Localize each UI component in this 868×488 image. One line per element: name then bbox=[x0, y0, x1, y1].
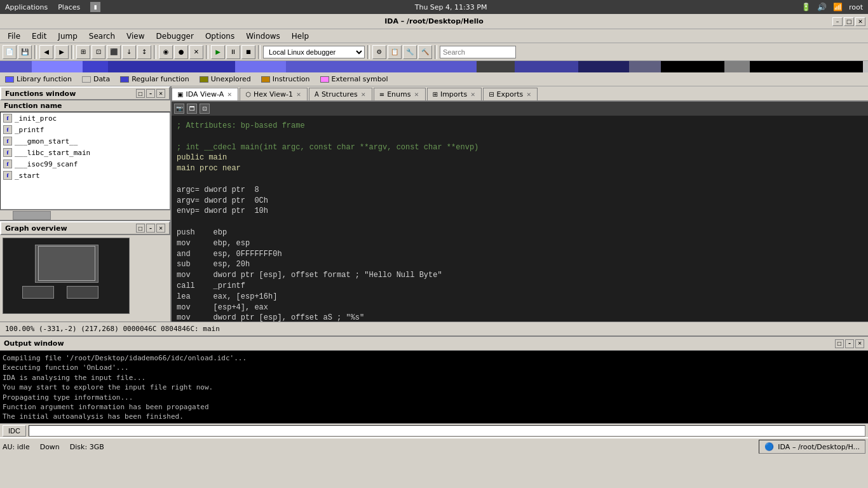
list-item[interactable]: f ___gmon_start__ bbox=[1, 135, 170, 147]
output-input[interactable] bbox=[29, 425, 865, 437]
code-view[interactable]: ; Attributes: bp-based frame ; int __cde… bbox=[172, 116, 868, 322]
tab-hex-view-1[interactable]: ⬡ Hex View-1 ✕ bbox=[240, 88, 308, 100]
output-content[interactable]: Compiling file '/root/Desktop/idademo66/… bbox=[0, 351, 868, 423]
list-item[interactable]: f _init_proc bbox=[1, 112, 170, 124]
menu-file[interactable]: File bbox=[3, 30, 25, 42]
save-button[interactable]: 💾 bbox=[18, 45, 32, 59]
graph-close-btn[interactable]: ✕ bbox=[156, 224, 165, 233]
network-icon: 📶 bbox=[833, 3, 843, 11]
menu-search[interactable]: Search bbox=[84, 30, 120, 42]
new-button[interactable]: 📄 bbox=[3, 45, 17, 59]
menu-help[interactable]: Help bbox=[287, 30, 314, 42]
tb-btn-5[interactable]: ⬛ bbox=[107, 45, 121, 59]
list-item[interactable]: f ___isoc99_scanf bbox=[1, 158, 170, 170]
segment-4 bbox=[286, 61, 477, 72]
functions-minimize-btn[interactable]: – bbox=[146, 89, 155, 98]
menu-options[interactable]: Options bbox=[200, 30, 240, 42]
tb-btn-11[interactable]: ⚙ bbox=[372, 45, 386, 59]
tab-label-struct: Structures bbox=[322, 90, 358, 98]
unexplored-segment bbox=[477, 61, 515, 72]
menu-debugger[interactable]: Debugger bbox=[151, 30, 199, 42]
graph-restore-btn[interactable]: □ bbox=[136, 224, 145, 233]
back-button[interactable]: ◀ bbox=[39, 45, 53, 59]
code-tb-btn-3[interactable]: ⊡ bbox=[200, 104, 210, 114]
status-text: 100.00% (-331,-2) (217,268) 0000046C 080… bbox=[5, 325, 220, 333]
minimize-button[interactable]: – bbox=[832, 17, 843, 26]
tab-close-enum[interactable]: ✕ bbox=[414, 92, 420, 98]
horiz-scroll-thumb[interactable] bbox=[13, 211, 51, 220]
tb-btn-4[interactable]: ⊡ bbox=[92, 45, 105, 59]
list-item[interactable]: f ___libc_start_main bbox=[1, 147, 170, 158]
stop-button[interactable]: ⏹ bbox=[241, 45, 255, 59]
places-menu[interactable]: Places bbox=[58, 3, 80, 11]
debugger-dropdown[interactable]: Local Linux debugger bbox=[263, 46, 365, 58]
maximize-button[interactable]: □ bbox=[844, 17, 854, 26]
graph-viewport bbox=[38, 246, 95, 281]
terminal-icon[interactable]: ▮ bbox=[90, 2, 100, 12]
library-segment-2 bbox=[32, 61, 83, 72]
tab-close-struct[interactable]: ✕ bbox=[360, 92, 367, 98]
menu-jump[interactable]: Jump bbox=[53, 30, 82, 42]
right-panel: ▣ IDA View-A ✕ ⬡ Hex View-1 ✕ A Structur… bbox=[172, 86, 868, 322]
output-panel-controls[interactable]: □ – ✕ bbox=[835, 339, 864, 348]
output-restore-btn[interactable]: □ bbox=[835, 339, 844, 348]
tab-structures[interactable]: A Structures ✕ bbox=[309, 88, 372, 100]
functions-horiz-scroll[interactable] bbox=[0, 210, 170, 220]
tab-icon-hex: ⬡ bbox=[245, 91, 251, 98]
instruction-label: Instruction bbox=[273, 75, 310, 83]
functions-close-btn[interactable]: ✕ bbox=[156, 89, 165, 98]
run-button[interactable]: ▶ bbox=[211, 45, 225, 59]
tab-ida-view-a[interactable]: ▣ IDA View-A ✕ bbox=[172, 88, 238, 101]
close-button[interactable]: ✕ bbox=[855, 17, 865, 26]
forward-button[interactable]: ▶ bbox=[55, 45, 69, 59]
output-minimize-btn[interactable]: – bbox=[845, 339, 854, 348]
menu-windows[interactable]: Windows bbox=[241, 30, 285, 42]
graph-minimize-btn[interactable]: – bbox=[146, 224, 155, 233]
applications-menu[interactable]: Applications bbox=[5, 3, 48, 11]
window-controls[interactable]: – □ ✕ bbox=[832, 17, 865, 26]
code-line: push ebp bbox=[177, 227, 863, 238]
code-line: mov ebp, esp bbox=[177, 238, 863, 249]
pause-button[interactable]: ⏸ bbox=[226, 45, 240, 59]
tb-btn-7[interactable]: ↕ bbox=[137, 45, 151, 59]
tab-label-ida: IDA View-A bbox=[186, 90, 224, 98]
tab-close-hex[interactable]: ✕ bbox=[295, 92, 302, 98]
taskbar-status: AU: idle Down Disk: 3GB bbox=[3, 443, 756, 451]
tb-btn-14[interactable]: 🔨 bbox=[418, 45, 432, 59]
list-item[interactable]: f _printf bbox=[1, 124, 170, 135]
code-tb-btn-2[interactable]: 🗖 bbox=[187, 104, 197, 114]
graph-node-2 bbox=[67, 286, 98, 299]
menu-view[interactable]: View bbox=[121, 30, 149, 42]
code-tb-btn-1[interactable]: 📷 bbox=[174, 104, 184, 114]
tb-btn-10[interactable]: ✕ bbox=[189, 45, 203, 59]
taskbar-app-button[interactable]: 🔵 IDA – /root/Desktop/H... bbox=[759, 440, 865, 454]
idc-button[interactable]: IDC bbox=[3, 425, 26, 437]
tab-close-ida[interactable]: ✕ bbox=[226, 92, 233, 98]
tb-btn-3[interactable]: ⊞ bbox=[76, 45, 90, 59]
graph-canvas[interactable] bbox=[3, 238, 130, 314]
tab-close-exports[interactable]: ✕ bbox=[526, 92, 532, 98]
functions-restore-btn[interactable]: □ bbox=[136, 89, 145, 98]
tab-close-imports[interactable]: ✕ bbox=[470, 92, 476, 98]
menu-edit[interactable]: Edit bbox=[27, 30, 51, 42]
graph-panel-controls[interactable]: □ – ✕ bbox=[136, 224, 165, 233]
tab-enums[interactable]: ≡ Enums ✕ bbox=[374, 88, 426, 100]
functions-list[interactable]: f _init_proc f _printf f ___gmon_start__… bbox=[0, 112, 170, 210]
output-line: Propagating type information... bbox=[3, 393, 865, 402]
tb-btn-13[interactable]: 🔧 bbox=[403, 45, 417, 59]
left-panel: Functions window □ – ✕ Function name f _… bbox=[0, 86, 172, 322]
tb-btn-9[interactable]: ● bbox=[174, 45, 188, 59]
battery-icon: 🔋 bbox=[801, 3, 811, 11]
tb-btn-12[interactable]: 📋 bbox=[388, 45, 402, 59]
tab-exports[interactable]: ⊟ Exports ✕ bbox=[483, 88, 538, 100]
search-input[interactable] bbox=[440, 46, 516, 58]
tb-btn-8[interactable]: ◉ bbox=[159, 45, 173, 59]
tb-btn-6[interactable]: ↓ bbox=[122, 45, 136, 59]
func-icon: f bbox=[3, 171, 12, 180]
scroll-indicator bbox=[863, 61, 868, 72]
list-item[interactable]: f _start bbox=[1, 170, 170, 181]
functions-panel-controls[interactable]: □ – ✕ bbox=[136, 89, 165, 98]
tab-imports[interactable]: ⊞ Imports ✕ bbox=[427, 88, 482, 100]
output-close-btn[interactable]: ✕ bbox=[855, 339, 864, 348]
app-label: IDA – /root/Desktop/H... bbox=[778, 443, 860, 451]
